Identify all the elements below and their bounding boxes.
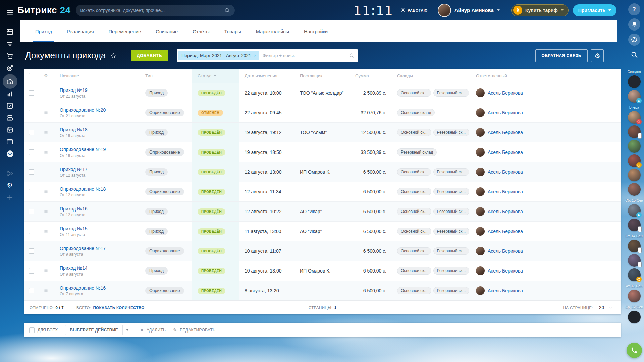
search-icon[interactable] [628,49,640,61]
column-header-name[interactable]: Название [53,73,139,78]
newsfeed-icon[interactable] [3,26,17,38]
drag-handle-icon[interactable] [39,170,53,174]
tab-реализация[interactable]: Реализация [59,20,101,42]
recent-contact-avatar[interactable] [628,183,641,196]
column-header-responsible[interactable]: Ответственный [471,73,621,78]
recent-contact-avatar[interactable] [628,140,641,153]
drag-handle-icon[interactable] [39,209,53,214]
select-all-checkbox[interactable] [29,73,34,78]
choose-action-dropdown[interactable]: ВЫБЕРИТЕ ДЕЙСТВИЕ [65,325,132,335]
drag-handle-icon[interactable] [39,150,53,155]
row-checkbox[interactable] [29,169,34,175]
work-clock[interactable]: 11:11 [354,3,394,18]
drag-handle-icon[interactable] [39,130,53,135]
work-status-toggle[interactable]: РАБОТАЮ [401,8,428,12]
row-checkbox[interactable] [29,110,34,115]
page-settings-gear-icon[interactable]: ⚙ [591,49,604,62]
column-header-date[interactable]: Дата изменения [239,73,294,78]
chip-close-icon[interactable]: × [254,53,257,58]
for-all-checkbox-label[interactable]: ДЛЯ ВСЕХ [29,327,58,333]
document-link[interactable]: Приход №19 [60,87,133,93]
notifications-bell-icon[interactable] [628,18,640,31]
responsible-link[interactable]: Асель Берикова [488,110,523,115]
responsible-link[interactable]: Асель Берикова [488,248,523,254]
document-link[interactable]: Оприходование №20 [60,107,133,113]
row-checkbox[interactable] [29,189,34,194]
document-link[interactable]: Приход №14 [60,265,133,271]
reports-chart-icon[interactable] [3,87,17,100]
tab-настройки[interactable]: Настройки [297,20,335,42]
drag-handle-icon[interactable] [39,189,53,194]
invite-button[interactable]: Пригласить [573,4,616,16]
per-page-select[interactable]: 20 [596,303,615,312]
menu-icon[interactable] [3,6,17,18]
row-checkbox[interactable] [29,130,34,135]
add-plus-icon[interactable] [3,191,17,203]
column-header-status[interactable]: Статус [192,69,239,83]
edit-button[interactable]: ✎ РЕДАКТИРОВАТЬ [173,327,215,333]
document-link[interactable]: Оприходование №17 [60,246,133,251]
tab-приход[interactable]: Приход [28,20,59,42]
responsible-link[interactable]: Асель Берикова [488,229,523,234]
recent-contact-avatar[interactable] [628,111,641,124]
row-checkbox[interactable] [29,248,34,254]
show-count-link[interactable]: ПОКАЗАТЬ КОЛИЧЕСТВО [93,306,144,310]
responsible-link[interactable]: Асель Берикова [488,149,523,155]
recent-contact-avatar[interactable] [628,75,641,88]
buy-tariff-button[interactable]: Купить тариф [511,4,569,16]
document-link[interactable]: Оприходование №18 [60,186,133,192]
recent-contact-avatar[interactable] [628,311,641,323]
crm-cart-icon[interactable] [3,50,17,62]
recent-contact-avatar[interactable] [628,90,641,103]
filter-search-bar[interactable]: Период: Март 2021 - Август 2021 × [177,49,358,62]
tasks-check-icon[interactable] [3,100,17,112]
page-title[interactable]: Документы прихода [25,50,106,61]
user-menu[interactable]: Айнур Аминова [438,4,500,17]
row-checkbox[interactable] [29,149,34,155]
recent-contact-avatar[interactable] [628,125,641,138]
for-all-checkbox[interactable] [29,327,35,333]
responsible-link[interactable]: Асель Берикова [488,189,523,194]
recent-contact-avatar[interactable] [628,204,641,217]
tab-маркетплейсы[interactable]: Маркетплейсы [249,20,297,42]
recent-contact-avatar[interactable] [628,154,641,167]
column-header-sum[interactable]: Сумма [350,73,392,78]
recent-contact-avatar[interactable] [628,254,641,267]
row-checkbox[interactable] [29,268,34,274]
row-checkbox[interactable] [29,90,34,96]
feedback-button[interactable]: ОБРАТНАЯ СВЯЗЬ [535,49,588,62]
tab-перемещение[interactable]: Перемещение [101,20,149,42]
row-checkbox[interactable] [29,229,34,234]
responsible-link[interactable]: Асель Берикова [488,130,523,135]
feed-lines-icon[interactable] [3,38,17,50]
automation-share-icon[interactable] [3,167,17,179]
marketing-target-icon[interactable] [3,62,17,74]
warehouse-icon[interactable] [3,74,17,89]
document-link[interactable]: Приход №15 [60,226,133,231]
drag-handle-icon[interactable] [39,268,53,273]
favorite-star-icon[interactable] [110,52,117,59]
column-header-supplier[interactable]: Поставщик [294,73,350,78]
sites-window-icon[interactable] [3,136,17,148]
add-button[interactable]: ДОБАВИТЬ [131,50,168,61]
responsible-link[interactable]: Асель Берикова [488,209,523,214]
document-link[interactable]: Оприходование №19 [60,147,133,152]
delete-button[interactable]: ✕ УДАЛИТЬ [140,327,166,333]
tab-товары[interactable]: Товары [217,20,249,42]
recent-contact-avatar[interactable] [628,268,641,281]
responsible-link[interactable]: Асель Берикова [488,288,523,293]
row-checkbox[interactable] [29,288,34,293]
messenger-icon[interactable] [628,34,640,46]
document-link[interactable]: Приход №18 [60,127,133,132]
documents-drawer-icon[interactable] [3,112,17,124]
telephony-phone-button[interactable] [627,343,642,358]
responsible-link[interactable]: Асель Берикова [488,268,523,274]
tab-списание[interactable]: Списание [148,20,185,42]
more-chevron-icon[interactable] [3,148,17,160]
settings-gear-icon[interactable]: ⚙ [3,179,17,191]
column-header-type[interactable]: Тип [139,73,192,78]
grid-settings-gear-icon[interactable]: ⚙ [39,73,53,79]
responsible-link[interactable]: Асель Берикова [488,90,523,96]
recent-contact-avatar[interactable] [628,290,641,302]
document-link[interactable]: Оприходование №16 [60,285,133,291]
